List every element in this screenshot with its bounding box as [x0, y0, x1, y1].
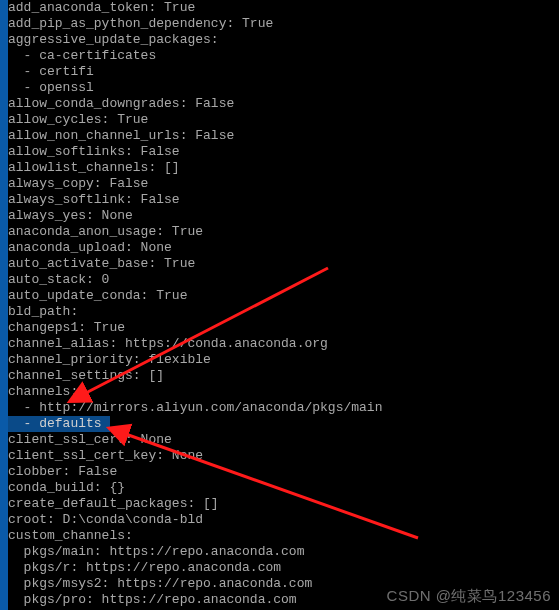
config-line: client_ssl_cert_key: None — [8, 448, 559, 464]
config-line: allowlist_channels: [] — [8, 160, 559, 176]
config-line: croot: D:\conda\conda-bld — [8, 512, 559, 528]
config-line: allow_conda_downgrades: False — [8, 96, 559, 112]
config-line: allow_non_channel_urls: False — [8, 128, 559, 144]
config-line: create_default_packages: [] — [8, 496, 559, 512]
config-line: - defaults — [8, 416, 559, 432]
highlighted-line: - defaults — [8, 416, 110, 432]
watermark: CSDN @纯菜鸟123456 — [387, 588, 551, 604]
config-line: pkgs/main: https://repo.anaconda.com — [8, 544, 559, 560]
config-line: always_softlink: False — [8, 192, 559, 208]
config-line: - http://mirrors.aliyun.com/anaconda/pkg… — [8, 400, 559, 416]
config-line: allow_softlinks: False — [8, 144, 559, 160]
config-line: aggressive_update_packages: — [8, 32, 559, 48]
config-line: custom_channels: — [8, 528, 559, 544]
config-line: always_copy: False — [8, 176, 559, 192]
terminal-output: add_anaconda_token: Trueadd_pip_as_pytho… — [0, 0, 559, 610]
config-line: auto_activate_base: True — [8, 256, 559, 272]
config-line: anaconda_upload: None — [8, 240, 559, 256]
config-line: channel_alias: https://conda.anaconda.or… — [8, 336, 559, 352]
config-line: clobber: False — [8, 464, 559, 480]
config-line: client_ssl_cert: None — [8, 432, 559, 448]
config-line: auto_stack: 0 — [8, 272, 559, 288]
config-line: channels: — [8, 384, 559, 400]
config-line: add_pip_as_python_dependency: True — [8, 16, 559, 32]
config-line: - ca-certificates — [8, 48, 559, 64]
config-line: - certifi — [8, 64, 559, 80]
config-line: pkgs/r: https://repo.anaconda.com — [8, 560, 559, 576]
config-line: always_yes: None — [8, 208, 559, 224]
config-line: channel_settings: [] — [8, 368, 559, 384]
config-line: conda_build: {} — [8, 480, 559, 496]
config-line: allow_cycles: True — [8, 112, 559, 128]
config-line: bld_path: — [8, 304, 559, 320]
config-line: - openssl — [8, 80, 559, 96]
config-line: changeps1: True — [8, 320, 559, 336]
config-line: auto_update_conda: True — [8, 288, 559, 304]
config-line: anaconda_anon_usage: True — [8, 224, 559, 240]
config-line: channel_priority: flexible — [8, 352, 559, 368]
config-line: add_anaconda_token: True — [8, 0, 559, 16]
